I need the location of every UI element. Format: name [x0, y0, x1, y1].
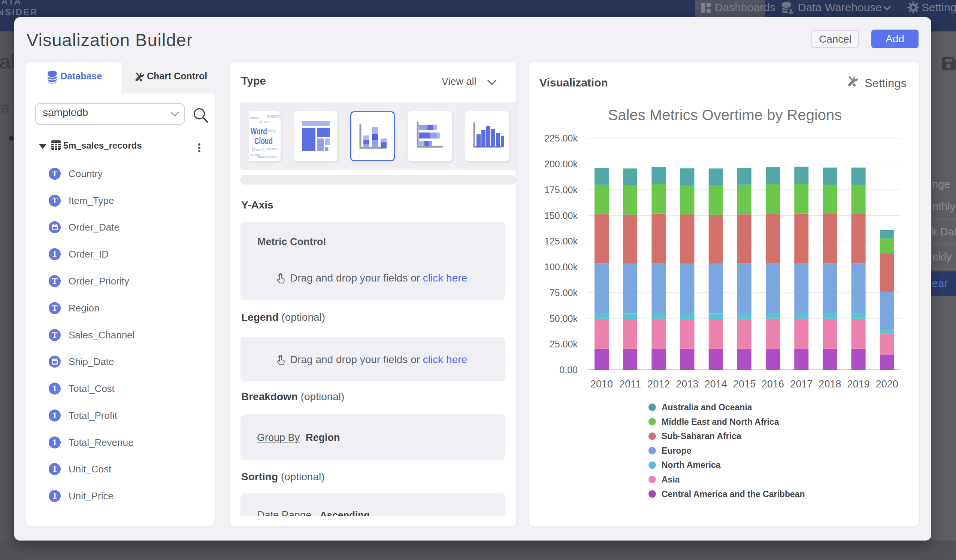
svg-text:125.00k: 125.00k [544, 236, 578, 246]
svg-text:2018: 2018 [819, 378, 841, 390]
svg-text:Australia and Oceania: Australia and Oceania [662, 402, 752, 412]
svg-text:2016: 2016 [762, 378, 784, 390]
svg-text:200.00k: 200.00k [544, 159, 578, 169]
svg-text:Sub-Saharan Africa: Sub-Saharan Africa [662, 431, 741, 441]
svg-text:2019: 2019 [848, 378, 870, 390]
svg-text:225.00k: 225.00k [544, 133, 578, 143]
svg-text:100.00k: 100.00k [544, 262, 578, 272]
svg-text:175.00k: 175.00k [544, 185, 578, 195]
svg-text:2010: 2010 [590, 378, 613, 390]
svg-text:Asia: Asia [662, 475, 680, 485]
svg-text:2017: 2017 [790, 378, 813, 390]
svg-text:Central America and the Caribb: Central America and the Caribbean [662, 489, 805, 499]
svg-text:2015: 2015 [733, 378, 756, 390]
svg-text:150.00k: 150.00k [544, 210, 578, 221]
svg-text:North America: North America [662, 460, 721, 470]
svg-text:0.00: 0.00 [559, 365, 578, 375]
svg-text:50.00k: 50.00k [550, 313, 578, 324]
svg-text:2011: 2011 [619, 378, 641, 390]
svg-text:Sales Metrics Overtime by Regi: Sales Metrics Overtime by Regions [608, 107, 842, 123]
svg-text:75.00k: 75.00k [550, 287, 578, 298]
svg-text:2013: 2013 [676, 378, 698, 390]
svg-text:2020: 2020 [876, 378, 898, 390]
svg-text:Middle East and North Africa: Middle East and North Africa [662, 417, 779, 427]
svg-text:25.00k: 25.00k [550, 339, 578, 349]
svg-text:2014: 2014 [704, 378, 727, 390]
svg-text:2012: 2012 [647, 378, 670, 390]
svg-text:Europe: Europe [662, 446, 691, 456]
